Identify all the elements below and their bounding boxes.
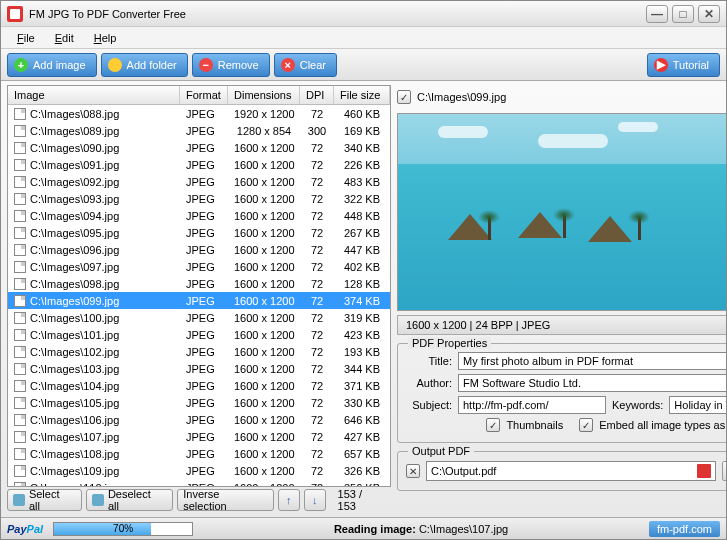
col-filesize[interactable]: File size (334, 86, 390, 104)
file-icon (14, 448, 26, 460)
table-row[interactable]: C:\Images\105.jpgJPEG1600 x 120072330 KB (8, 394, 390, 411)
table-row[interactable]: C:\Images\101.jpgJPEG1600 x 120072423 KB (8, 326, 390, 343)
titlebar: FM JPG To PDF Converter Free — □ ✕ (1, 1, 726, 27)
table-row[interactable]: C:\Images\092.jpgJPEG1600 x 120072483 KB (8, 173, 390, 190)
deselect-all-button[interactable]: Deselect all (86, 489, 173, 511)
file-icon (14, 329, 26, 341)
table-row[interactable]: C:\Images\104.jpgJPEG1600 x 120072371 KB (8, 377, 390, 394)
plus-icon: + (14, 58, 28, 72)
table-row[interactable]: C:\Images\097.jpgJPEG1600 x 120072402 KB (8, 258, 390, 275)
progress-text: 70% (54, 523, 192, 535)
maximize-button[interactable]: □ (672, 5, 694, 23)
table-row[interactable]: C:\Images\091.jpgJPEG1600 x 120072226 KB (8, 156, 390, 173)
preview-path: C:\Images\099.jpg (417, 91, 506, 103)
image-table: Image Format Dimensions DPI File size C:… (7, 85, 391, 487)
file-icon (14, 142, 26, 154)
file-icon (14, 465, 26, 477)
keywords-input[interactable] (669, 396, 726, 414)
menubar: File Edit Help (1, 27, 726, 49)
progress-bar: 70% (53, 522, 193, 536)
output-checkbox[interactable]: ✕ (406, 464, 420, 478)
file-icon (14, 312, 26, 324)
file-icon (14, 363, 26, 375)
table-body[interactable]: C:\Images\088.jpgJPEG1920 x 120072460 KB… (8, 105, 390, 486)
file-icon (14, 176, 26, 188)
add-folder-button[interactable]: Add folder (101, 53, 188, 77)
subject-label: Subject: (406, 399, 452, 411)
author-input[interactable] (458, 374, 726, 392)
select-all-button[interactable]: Select all (7, 489, 82, 511)
author-label: Author: (406, 377, 452, 389)
thumbnails-label: Thumbnails (506, 419, 563, 431)
close-button[interactable]: ✕ (698, 5, 720, 23)
file-icon (14, 261, 26, 273)
output-path-input[interactable]: C:\Output.pdf (426, 461, 716, 481)
file-icon (14, 482, 26, 487)
table-row[interactable]: C:\Images\093.jpgJPEG1600 x 120072322 KB (8, 190, 390, 207)
table-row[interactable]: C:\Images\108.jpgJPEG1600 x 120072657 KB (8, 445, 390, 462)
output-pdf-group: Output PDF ✕ C:\Output.pdf 📁 Start (397, 451, 726, 491)
paypal-logo[interactable]: PayPal (7, 523, 43, 535)
play-icon: ▶ (654, 58, 668, 72)
title-label: Title: (406, 355, 452, 367)
preview-info-bar: 1600 x 1200 | 24 BPP | JPEG Scale: 20 % (397, 315, 726, 335)
col-dimensions[interactable]: Dimensions (228, 86, 300, 104)
browse-button[interactable]: 📁 (722, 461, 726, 481)
table-row[interactable]: C:\Images\088.jpgJPEG1920 x 120072460 KB (8, 105, 390, 122)
file-icon (14, 414, 26, 426)
main-window: FM JPG To PDF Converter Free — □ ✕ File … (0, 0, 727, 540)
table-row[interactable]: C:\Images\098.jpgJPEG1600 x 120072128 KB (8, 275, 390, 292)
file-icon (14, 244, 26, 256)
file-icon (14, 159, 26, 171)
thumbnails-checkbox[interactable]: ✓ (486, 418, 500, 432)
statusbar: PayPal 70% Reading image: C:\Images\107.… (1, 517, 726, 539)
table-row[interactable]: C:\Images\099.jpgJPEG1600 x 120072374 KB (8, 292, 390, 309)
move-up-button[interactable]: ↑ (278, 489, 300, 511)
check-icon (13, 494, 25, 506)
tutorial-button[interactable]: ▶Tutorial (647, 53, 720, 77)
inverse-selection-button[interactable]: Inverse selection (177, 489, 274, 511)
table-row[interactable]: C:\Images\110.jpgJPEG1600 x 120072356 KB (8, 479, 390, 486)
move-down-button[interactable]: ↓ (304, 489, 326, 511)
table-row[interactable]: C:\Images\090.jpgJPEG1600 x 120072340 KB (8, 139, 390, 156)
file-icon (14, 295, 26, 307)
table-row[interactable]: C:\Images\107.jpgJPEG1600 x 120072427 KB (8, 428, 390, 445)
window-title: FM JPG To PDF Converter Free (29, 8, 646, 20)
file-icon (14, 108, 26, 120)
preview-checkbox[interactable]: ✓ (397, 90, 411, 104)
table-row[interactable]: C:\Images\103.jpgJPEG1600 x 120072344 KB (8, 360, 390, 377)
output-legend: Output PDF (408, 445, 474, 457)
minimize-button[interactable]: — (646, 5, 668, 23)
folder-icon (108, 58, 122, 72)
file-icon (14, 278, 26, 290)
subject-input[interactable] (458, 396, 606, 414)
menu-file[interactable]: File (9, 30, 43, 46)
table-row[interactable]: C:\Images\094.jpgJPEG1600 x 120072448 KB (8, 207, 390, 224)
website-link[interactable]: fm-pdf.com (649, 521, 720, 537)
clear-button[interactable]: ×Clear (274, 53, 337, 77)
remove-button[interactable]: −Remove (192, 53, 270, 77)
table-row[interactable]: C:\Images\106.jpgJPEG1600 x 120072646 KB (8, 411, 390, 428)
x-icon: × (281, 58, 295, 72)
table-row[interactable]: C:\Images\096.jpgJPEG1600 x 120072447 KB (8, 241, 390, 258)
col-image[interactable]: Image (8, 86, 180, 104)
file-icon (14, 210, 26, 222)
menu-edit[interactable]: Edit (47, 30, 82, 46)
embed-jpeg-checkbox[interactable]: ✓ (579, 418, 593, 432)
table-row[interactable]: C:\Images\089.jpgJPEG1280 x 854300169 KB (8, 122, 390, 139)
title-input[interactable] (458, 352, 726, 370)
table-row[interactable]: C:\Images\102.jpgJPEG1600 x 120072193 KB (8, 343, 390, 360)
menu-help[interactable]: Help (86, 30, 125, 46)
table-row[interactable]: C:\Images\100.jpgJPEG1600 x 120072319 KB (8, 309, 390, 326)
file-icon (14, 125, 26, 137)
pdf-properties-legend: PDF Properties (408, 337, 491, 349)
uncheck-icon (92, 494, 104, 506)
keywords-label: Keywords: (612, 399, 663, 411)
col-format[interactable]: Format (180, 86, 228, 104)
file-icon (14, 397, 26, 409)
table-row[interactable]: C:\Images\109.jpgJPEG1600 x 120072326 KB (8, 462, 390, 479)
item-counter: 153 / 153 (330, 488, 391, 512)
table-row[interactable]: C:\Images\095.jpgJPEG1600 x 120072267 KB (8, 224, 390, 241)
col-dpi[interactable]: DPI (300, 86, 334, 104)
add-image-button[interactable]: +Add image (7, 53, 97, 77)
